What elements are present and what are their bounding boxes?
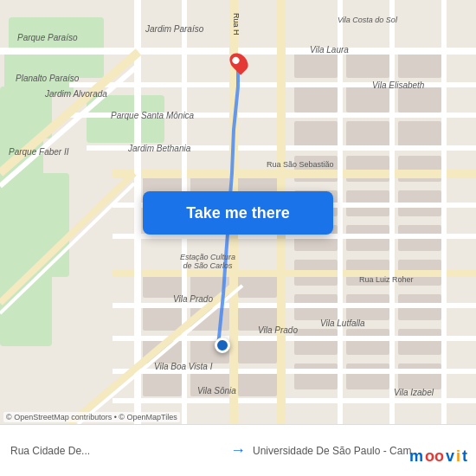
label-planalto-paraiso: Planalto Paraíso: [16, 74, 79, 83]
from-label: Rua Cidade De...: [10, 445, 223, 457]
label-vila-boa-vista: Vila Boa Vista I: [154, 362, 212, 371]
svg-line-5: [78, 286, 242, 424]
label-parque-santa-monica: Parque Santa Mônica: [111, 111, 194, 120]
label-vila-lutfalla: Vila Lutfalla: [320, 318, 365, 328]
arrow-icon: →: [230, 441, 246, 460]
label-rua-luiz-roher: Rua Luiz Roher: [359, 275, 414, 284]
label-estacao-cultura: Estação Culturade São Carlos: [173, 253, 242, 270]
label-vila-elisabeth: Vila Elisabeth: [372, 80, 424, 90]
svg-line-3: [0, 183, 134, 313]
label-parque-faber: Parque Faber II: [9, 147, 68, 157]
osm-credit: © OpenStreetMap contributors • © OpenMap…: [3, 412, 180, 422]
label-rua-h: Rua H: [232, 13, 241, 35]
label-parque-paraiso: Parque Paraíso: [17, 33, 78, 42]
take-me-there-button[interactable]: Take me there: [143, 191, 333, 235]
label-jardim-bethania: Jardim Bethania: [128, 144, 190, 153]
svg-line-2: [0, 173, 134, 303]
label-jardim-paraiso: Jardim Paraíso: [145, 24, 203, 34]
svg-line-1: [0, 65, 138, 186]
label-vila-laura: Vila Laura: [310, 45, 349, 55]
svg-line-4: [69, 286, 234, 424]
label-vila-sonia: Vila Sônia: [197, 386, 236, 396]
label-jardim-alvorada: Jardim Alvorada: [45, 89, 107, 99]
label-vila-izabel: Vila Izabel: [394, 388, 434, 397]
moovit-logo: m oo v i t: [409, 447, 467, 466]
label-vila-prado-1: Vila Prado: [173, 294, 213, 304]
bottom-bar: Rua Cidade De... → Universidade De São P…: [0, 424, 476, 476]
label-vila-prado-2: Vila Prado: [258, 325, 298, 335]
current-location-pin: [215, 338, 230, 353]
label-rua-sao-sebastiao: Rua São Sebastião: [267, 160, 334, 169]
label-vila-costa-sol: Vila Costa do Sol: [338, 16, 397, 24]
map-container: Parque Paraíso Jardim Paraíso Vila Laura…: [0, 0, 476, 424]
